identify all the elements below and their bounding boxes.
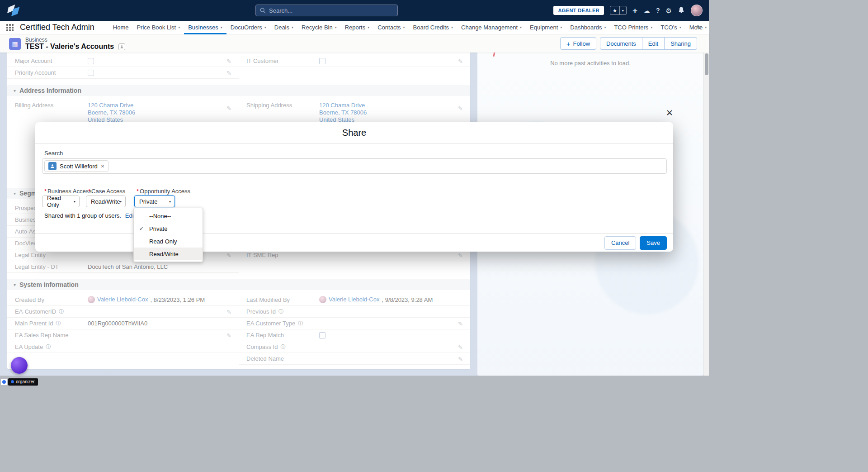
cloud-icon[interactable]: ☁ [643, 7, 650, 14]
user-pill-name: Scott Willeford [60, 163, 98, 170]
hierarchy-icon[interactable] [118, 43, 125, 50]
tab-board-credits[interactable]: Board Credits▾ [409, 21, 458, 34]
follow-plus-icon: + [566, 40, 571, 48]
check-icon: ✓ [139, 225, 144, 232]
edit-nav-pencil-icon[interactable]: ✎ [696, 24, 702, 31]
tab-price-book-list[interactable]: Price Book List▾ [132, 21, 184, 34]
documents-button[interactable]: Documents [600, 37, 642, 50]
dropdown-option-read-only[interactable]: Read Only [134, 235, 203, 248]
notifications-bell-icon[interactable] [678, 6, 685, 14]
nav-tab-bar: Certified Tech Admin HomePrice Book List… [0, 21, 709, 34]
chat-bubble-button[interactable] [11, 357, 28, 374]
browser-window: AGENT DEALER ★ ▾ + ☁ ? ⚙ Certified Tech … [0, 0, 709, 376]
share-modal: Share Search Scott Willeford ✕ *Business… [35, 122, 673, 252]
global-header: AGENT DEALER ★ ▾ + ☁ ? ⚙ [0, 0, 709, 21]
scrollbar-thumb[interactable] [705, 53, 708, 75]
save-button[interactable]: Save [640, 236, 667, 250]
modal-close-icon[interactable]: ✕ [666, 108, 673, 118]
tab-dashboards[interactable]: Dashboards▾ [566, 21, 610, 34]
favorites-control[interactable]: ★ ▾ [610, 6, 627, 15]
app-launcher-icon[interactable] [6, 24, 14, 31]
organizer-label: organizer [16, 379, 35, 384]
tab-businesses[interactable]: Businesses▾ [184, 21, 226, 34]
organizer-icon [1, 379, 7, 385]
chevron-down-icon: ▾ [74, 200, 75, 204]
company-logo-icon [7, 4, 20, 17]
user-pill-avatar-icon [48, 162, 57, 170]
chevron-down-icon: ▾ [292, 25, 293, 29]
global-actions-plus-icon[interactable]: + [632, 6, 637, 15]
tab-recycle-bin[interactable]: Recycle Bin▾ [297, 21, 341, 34]
opportunity-access-dropdown: --None--✓PrivateRead OnlyRead/Write [133, 208, 203, 262]
chevron-down-icon: ▾ [403, 25, 405, 29]
shared-with-text: Shared with 1 group of users. [44, 212, 121, 219]
app-name: Certified Tech Admin [20, 23, 94, 32]
tab-reports[interactable]: Reports▾ [341, 21, 374, 34]
organizer-badge[interactable]: organizer [1, 378, 38, 386]
search-field-label: Search [44, 150, 63, 157]
help-question-icon[interactable]: ? [656, 7, 660, 14]
chevron-down-icon: ▾ [368, 25, 369, 29]
chevron-down-icon: ▾ [264, 25, 266, 29]
chevron-down-icon: ▾ [520, 25, 522, 29]
chevron-down-icon: ▾ [178, 25, 180, 29]
dropdown-option-private[interactable]: ✓Private [134, 222, 203, 235]
modal-title: Share [342, 128, 366, 138]
sharing-button[interactable]: Sharing [664, 37, 697, 50]
dropdown-option-none[interactable]: --None-- [134, 210, 203, 222]
chevron-down-icon: ▾ [221, 25, 222, 29]
follow-button[interactable]: + Follow [560, 37, 596, 50]
tab-deals[interactable]: Deals▾ [270, 21, 297, 34]
tab-docuorders[interactable]: DocuOrders▾ [226, 21, 270, 34]
business-access-label: *Business Access [44, 188, 92, 195]
modal-footer: Cancel Save [35, 234, 673, 252]
chevron-down-icon: ▾ [169, 200, 171, 204]
case-access-select[interactable]: Read/Write ▾ [86, 195, 126, 207]
chevron-down-icon: ▾ [560, 25, 562, 29]
user-pill[interactable]: Scott Willeford ✕ [44, 160, 108, 172]
user-avatar[interactable] [691, 5, 703, 16]
global-search-box[interactable] [255, 5, 398, 16]
opportunity-access-select[interactable]: Private ▾ [134, 195, 175, 207]
share-search-input[interactable]: Scott Willeford ✕ [42, 158, 667, 174]
vertical-scrollbar[interactable] [703, 52, 709, 376]
tab-home[interactable]: Home [109, 21, 133, 34]
edit-button[interactable]: Edit [642, 37, 665, 50]
entity-type-label: Business [25, 37, 47, 43]
setup-gear-icon[interactable]: ⚙ [666, 7, 672, 14]
dropdown-option-read-write[interactable]: Read/Write [134, 248, 203, 260]
tab-contacts[interactable]: Contacts▾ [373, 21, 409, 34]
chevron-down-icon: ▾ [120, 200, 122, 204]
record-header: ▦ Business TEST - Valerie's Accounts + F… [0, 34, 709, 52]
chevron-down-icon: ▾ [679, 25, 681, 29]
search-icon [260, 8, 266, 14]
business-access-select[interactable]: Read Only ▾ [42, 195, 80, 207]
organizer-dot-icon [11, 380, 14, 383]
agent-dealer-badge[interactable]: AGENT DEALER [553, 6, 604, 15]
chevron-down-icon[interactable]: ▾ [619, 6, 626, 14]
chevron-down-icon: ▾ [604, 25, 606, 29]
tab-tco-s[interactable]: TCO's▾ [656, 21, 685, 34]
chevron-down-icon: ▾ [651, 25, 652, 29]
chevron-down-icon: ▾ [335, 25, 337, 29]
pill-remove-icon[interactable]: ✕ [101, 164, 104, 169]
star-icon[interactable]: ★ [610, 6, 619, 14]
tab-tco-printers[interactable]: TCO Printers▾ [610, 21, 656, 34]
chevron-down-icon: ▾ [451, 25, 453, 29]
tab-equipment[interactable]: Equipment▾ [526, 21, 566, 34]
case-access-label: *Case Access [88, 188, 125, 195]
tab-change-management[interactable]: Change Management▾ [457, 21, 526, 34]
business-entity-icon: ▦ [9, 38, 21, 50]
global-search-input[interactable] [269, 7, 393, 14]
chevron-down-icon: ▾ [705, 25, 707, 29]
cancel-button[interactable]: Cancel [604, 236, 636, 250]
modal-header: Share [35, 122, 673, 144]
page-title: TEST - Valerie's Accounts [25, 43, 114, 51]
opportunity-access-label: *Opportunity Access [137, 188, 190, 195]
